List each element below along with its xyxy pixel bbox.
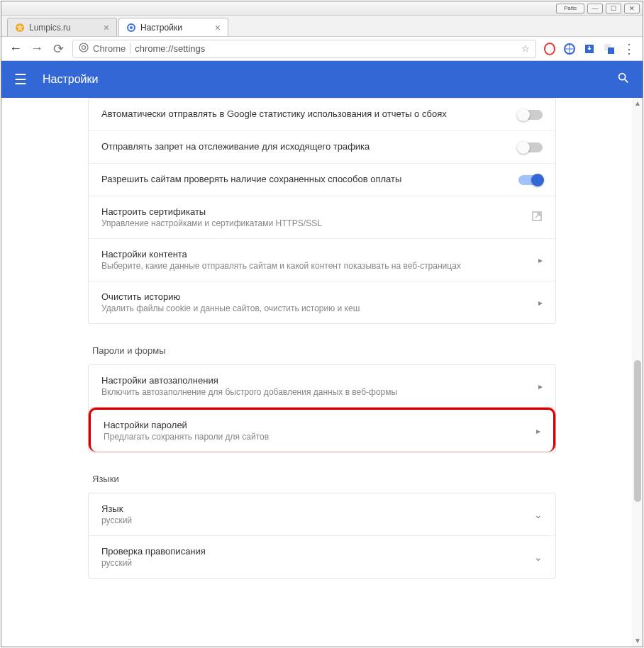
svg-point-5 [545,43,555,55]
chevron-right-icon: ▸ [536,426,540,436]
row-subtitle: Удалить файлы cookie и данные сайтов, оч… [101,303,530,313]
search-icon[interactable] [617,72,630,88]
row-title: Проверка правописания [101,546,526,557]
settings-content: ▲ ▼ Автоматически отправлять в Google ст… [1,98,643,647]
setting-row-password-settings[interactable]: Настройки паролей Предлагать сохранять п… [89,408,555,452]
svg-point-3 [79,43,88,52]
page-title: Настройки [43,73,98,86]
svg-point-10 [619,73,626,79]
setting-row-spellcheck[interactable]: Проверка правописания русский ⌄ [89,536,555,578]
scrollbar[interactable]: ▲ ▼ [633,98,643,647]
chrome-icon [79,43,89,55]
setting-row-clear-history[interactable]: Очистить историю Удалить файлы cookie и … [89,281,555,323]
close-icon[interactable]: × [104,22,109,33]
row-title: Автоматически отправлять в Google статис… [101,108,510,119]
tab-lumpics[interactable]: Lumpics.ru × [7,18,117,36]
external-link-icon [531,211,543,225]
tab-settings[interactable]: Настройки × [118,18,228,36]
tab-label: Lumpics.ru [29,23,71,33]
title-badge: Patts [556,4,584,13]
bookmark-star-icon[interactable]: ☆ [521,43,530,54]
url-text: chrome://settings [135,43,205,54]
setting-row-stats[interactable]: Автоматически отправлять в Google статис… [89,99,555,131]
opera-extension-icon[interactable] [543,43,556,55]
row-title: Язык [101,503,526,514]
back-button[interactable]: ← [9,41,23,56]
title-bar: Patts — ☐ ✕ [1,1,643,16]
row-title: Очистить историю [101,291,530,302]
chevron-down-icon: ⌄ [534,552,543,563]
svg-line-11 [625,79,628,82]
row-subtitle: Включить автозаполнение для быстрого доб… [101,387,530,397]
reload-button[interactable]: ⟳ [51,41,65,57]
row-subtitle: русский [101,558,526,568]
row-title: Настроить сертификаты [101,206,523,217]
setting-row-do-not-track[interactable]: Отправлять запрет на отслеживание для ис… [89,131,555,164]
browser-menu-button[interactable]: ⋮ [623,41,635,57]
row-subtitle: Выберите, какие данные отправлять сайтам… [101,261,530,271]
translate-extension-icon[interactable] [603,43,616,55]
row-title: Настройки контента [101,249,530,259]
browser-toolbar: ← → ⟳ Chrome chrome://settings ☆ ⋮ [1,37,643,61]
svg-point-2 [130,26,133,29]
setting-row-autofill[interactable]: Настройки автозаполнения Включить автоза… [89,365,555,408]
setting-row-certificates[interactable]: Настроить сертификаты Управление настрой… [89,196,555,239]
address-bar[interactable]: Chrome chrome://settings ☆ [72,40,536,58]
section-heading-languages: Языки [92,474,556,484]
hamburger-icon[interactable]: ☰ [14,71,27,88]
url-scheme: Chrome [93,43,131,54]
row-title: Отправлять запрет на отслеживание для ис… [101,141,510,152]
setting-row-language[interactable]: Язык русский ⌄ [89,493,555,536]
privacy-card: Автоматически отправлять в Google статис… [88,98,556,324]
close-icon[interactable]: × [215,22,221,33]
toggle-switch[interactable] [518,110,543,120]
close-window-button[interactable]: ✕ [624,4,640,13]
chevron-right-icon: ▸ [538,381,543,391]
svg-point-4 [82,46,86,50]
row-subtitle: русский [101,515,526,525]
scroll-down-icon[interactable]: ▼ [634,637,641,645]
maximize-button[interactable]: ☐ [606,4,621,13]
toggle-switch[interactable] [518,175,543,185]
row-title: Разрешить сайтам проверять наличие сохра… [101,174,510,184]
globe-extension-icon[interactable] [563,43,576,55]
row-subtitle: Управление настройками и сертификатами H… [101,218,523,228]
forward-button[interactable]: → [30,41,44,56]
minimize-button[interactable]: — [587,4,603,13]
tab-strip: Lumpics.ru × Настройки × [1,16,643,37]
chevron-right-icon: ▸ [538,298,543,308]
download-extension-icon[interactable] [583,43,596,55]
tab-label: Настройки [140,23,182,33]
scrollbar-thumb[interactable] [634,360,641,502]
row-subtitle: Предлагать сохранять пароли для сайтов [104,432,528,442]
scroll-up-icon[interactable]: ▲ [634,99,641,108]
row-title: Настройки паролей [104,420,528,430]
passwords-card: Настройки автозаполнения Включить автоза… [88,364,556,452]
chevron-right-icon: ▸ [538,255,543,265]
svg-rect-9 [608,48,614,54]
setting-row-content-settings[interactable]: Настройки контента Выберите, какие данны… [89,239,555,281]
tab-icon-lumpics [15,23,25,33]
row-title: Настройки автозаполнения [101,375,530,386]
settings-header: ☰ Настройки [1,61,643,98]
app-window: Patts — ☐ ✕ Lumpics.ru × Настройки × ← →… [1,1,643,647]
languages-card: Язык русский ⌄ Проверка правописания рус… [88,493,556,579]
gear-icon [126,23,136,33]
section-heading-passwords: Пароли и формы [92,345,556,356]
toggle-switch[interactable] [518,143,543,152]
setting-row-payment-check[interactable]: Разрешить сайтам проверять наличие сохра… [89,164,555,196]
chevron-down-icon: ⌄ [534,509,543,520]
